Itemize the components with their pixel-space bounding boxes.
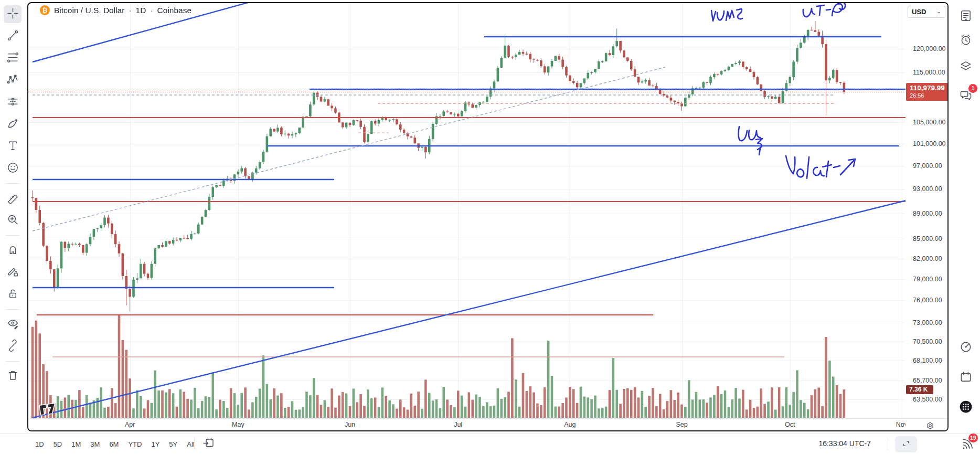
symbol-name[interactable]: Bitcoin / U.S. Dollar [54, 6, 124, 15]
alerts-button[interactable] [957, 32, 975, 50]
drawing-toolbar [0, 0, 25, 432]
sync-drawings-tool[interactable] [4, 337, 22, 355]
toolbar-divider [6, 361, 19, 362]
apps-grid-button[interactable] [955, 397, 976, 418]
emoji-tool[interactable] [4, 160, 22, 177]
gauge-button[interactable] [957, 339, 975, 357]
range-button-1d[interactable]: 1D [31, 438, 48, 450]
lock-icon [6, 287, 19, 302]
price-axis-label: 93,000.00 [913, 185, 942, 193]
long-position-icon [6, 95, 19, 110]
divider [888, 438, 888, 450]
date-range-buttons: 1D5D1M3M6MYTD1Y5YAll [31, 434, 198, 454]
text-tool[interactable] [4, 138, 22, 155]
ruler-tool[interactable] [4, 189, 22, 207]
emoji-icon [6, 161, 19, 176]
chat-notification-badge: 1 [968, 84, 977, 93]
hide-all-drawings-tool[interactable] [4, 315, 22, 333]
crosshair-icon [6, 7, 19, 22]
range-button-all[interactable]: All [183, 438, 198, 450]
panel-toggle-button[interactable] [895, 436, 917, 452]
zoom-in-tool[interactable] [4, 212, 22, 229]
ruler-icon [6, 191, 19, 206]
price-axis-label: 68,100.00 [913, 357, 942, 364]
range-button-5y[interactable]: 5Y [165, 438, 181, 450]
last-price-badge[interactable]: 110,979.99 26:56 [906, 83, 948, 101]
chat-button[interactable]: 1 [957, 87, 975, 105]
bitcoin-icon: ₿ [40, 5, 50, 15]
toolbar-divider [6, 309, 19, 310]
session-clock[interactable]: 16:33:04 UTC-7 [818, 439, 871, 448]
price-axis-label: 63,500.00 [913, 396, 942, 403]
last-price-value: 110,979.99 [910, 84, 948, 92]
apps-grid-icon [959, 400, 973, 416]
axis-settings-gear-icon[interactable] [924, 420, 936, 431]
symbol-legend[interactable]: ₿ Bitcoin / U.S. Dollar · 1D · Coinbase [40, 5, 191, 15]
magnet-tool[interactable] [4, 241, 22, 259]
price-chart-canvas[interactable] [28, 3, 906, 418]
fib-retracement-tool[interactable] [4, 49, 22, 67]
go-to-date-button[interactable] [200, 437, 216, 451]
crosshair-tool[interactable] [4, 5, 22, 23]
time-axis-label: Nov [896, 421, 906, 428]
range-button-5d[interactable]: 5D [50, 438, 66, 450]
trend-line-icon [6, 29, 19, 44]
price-axis-label: 115,000.00 [913, 69, 945, 76]
time-axis[interactable]: AprMayJunJulAugSepOctNov [28, 418, 949, 431]
currency-dropdown[interactable]: USD ⌄ [908, 6, 945, 18]
trash-icon [6, 369, 19, 384]
range-button-1y[interactable]: 1Y [147, 438, 163, 450]
tradingview-watermark [38, 398, 59, 419]
chart-panel: ₿ Bitcoin / U.S. Dollar · 1D · Coinbase … [27, 2, 949, 431]
volume-badge: 7.36 K [906, 385, 933, 394]
watchlist-button[interactable] [957, 8, 975, 26]
zoom-in-icon [6, 213, 19, 228]
price-axis-label: 85,000.00 [913, 235, 942, 242]
exchange-label[interactable]: Coinbase [157, 6, 192, 15]
panel-toggle-icon [901, 438, 911, 451]
xabcd-pattern-icon [6, 73, 19, 88]
object-tree-button[interactable] [957, 58, 975, 76]
range-button-ytd[interactable]: YTD [124, 438, 145, 450]
currency-label: USD [912, 8, 926, 16]
xabcd-pattern-tool[interactable] [4, 71, 22, 89]
price-axis-label: 105,000.00 [913, 119, 946, 126]
time-axis-label: Jul [454, 421, 462, 428]
brush-tool[interactable] [4, 115, 22, 133]
legend-separator: · [150, 6, 153, 15]
fib-retracement-icon [6, 51, 19, 66]
drawing-mode-tool[interactable] [4, 263, 22, 281]
month-labels: AprMayJunJulAugSepOctNov [28, 419, 906, 431]
range-button-6m[interactable]: 6M [105, 438, 122, 450]
interval-label[interactable]: 1D [136, 6, 146, 15]
time-axis-label: Apr [125, 421, 135, 428]
bottom-toolbar: 1D5D1M3M6MYTD1Y5YAll 16:33:04 UTC-7 19 [0, 434, 980, 454]
alarm-clock-icon [959, 33, 973, 49]
price-axis[interactable]: USD ⌄ 120,000.00115,000.00105,000.00101,… [906, 3, 949, 418]
price-axis-label: 89,000.00 [913, 210, 942, 217]
price-axis-label: 101,000.00 [913, 140, 946, 147]
go-to-date-icon [202, 437, 215, 451]
legend-separator: · [129, 6, 131, 15]
price-axis-label: 70,500.00 [913, 338, 942, 345]
remove-objects-tool[interactable] [4, 367, 22, 385]
trend-line-tool[interactable] [4, 27, 22, 45]
range-button-3m[interactable]: 3M [87, 438, 103, 450]
time-axis-label: Sep [676, 421, 687, 428]
time-axis-label: Jun [345, 421, 355, 428]
range-button-1m[interactable]: 1M [68, 438, 84, 450]
price-axis-label: 120,000.00 [913, 45, 946, 52]
layers-icon [959, 59, 973, 75]
pencil-lock-icon [6, 265, 19, 280]
lock-all-drawings-tool[interactable] [4, 286, 22, 303]
calendar-icon [959, 370, 973, 386]
long-position-tool[interactable] [4, 93, 22, 111]
connection-status[interactable]: 19 [960, 436, 978, 453]
watchlist-icon [959, 9, 973, 25]
price-axis-label: 97,000.00 [913, 162, 942, 170]
connection-badge: 19 [968, 434, 978, 442]
calendar-button[interactable] [957, 369, 975, 387]
text-icon [6, 139, 19, 154]
candle-countdown: 26:56 [910, 92, 948, 99]
divider [194, 438, 195, 450]
